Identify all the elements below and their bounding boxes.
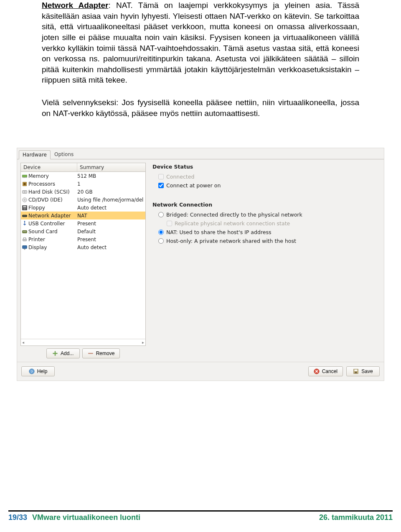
table-row[interactable]: DisplayAuto detect [21,243,145,251]
para1-heading: Network Adapter [42,1,108,10]
paragraph-1: Network Adapter: NAT. Tämä on laajempi v… [42,0,359,86]
footer-title: VMware virtuaalikoneen luonti [32,513,140,522]
svg-point-9 [24,199,25,201]
svg-rect-32 [355,372,357,373]
footer-page: 19/33 [8,513,27,522]
tab-options[interactable]: Options [51,150,77,159]
dialog-button-bar: ? Help Cancel Save [17,362,384,381]
svg-rect-3 [26,177,27,178]
device-summary: Auto detect [77,245,145,250]
minus-icon [88,350,94,356]
replicate-row: Replicate physical network connection st… [152,219,381,228]
device-table[interactable]: Device Summary Memory512 MBProcessors1Ha… [20,163,146,346]
tab-hardware[interactable]: Hardware [19,150,51,159]
hostonly-radio[interactable] [158,238,164,244]
horizontal-scrollbar[interactable]: ◂▸ [21,339,145,345]
svg-rect-1 [23,177,24,178]
device-name: Network Adapter [28,213,77,219]
table-row[interactable]: Processors1 [21,180,145,188]
nat-row[interactable]: NAT: Used to share the host's IP address [152,228,381,237]
svg-text:?: ? [30,369,33,374]
svg-rect-0 [23,175,27,177]
svg-point-7 [24,191,25,193]
device-table-header: Device Summary [21,163,145,172]
add-button[interactable]: Add... [46,348,80,358]
device-summary: 512 MB [77,173,145,179]
device-name: Memory [28,173,77,179]
connected-row: Connected [152,172,381,181]
device-name: Sound Card [28,229,77,234]
device-name: Printer [28,237,77,242]
svg-rect-12 [23,208,25,210]
bridged-radio[interactable] [158,212,164,217]
cancel-icon [314,368,320,374]
remove-button[interactable]: Remove [82,348,120,358]
table-row[interactable]: PrinterPresent [21,235,145,243]
disk-icon [21,189,28,195]
device-status-title: Device Status [152,164,381,170]
usb-icon [21,221,28,227]
printer-icon [21,237,28,242]
svg-rect-11 [23,206,26,208]
connected-checkbox [158,174,164,179]
svg-rect-23 [23,238,25,240]
table-row[interactable]: Network AdapterNAT [21,212,145,219]
page-footer: 19/33 VMware virtuaalikoneen luonti 26. … [0,510,401,522]
svg-rect-14 [23,216,24,216]
network-icon [21,213,28,219]
sound-icon [21,229,28,234]
footer-rule [8,510,393,512]
col-summary[interactable]: Summary [77,163,145,171]
cd-icon [21,197,28,203]
device-summary: 20 GB [77,189,145,195]
floppy-icon [21,205,28,211]
table-row[interactable]: Memory512 MB [21,172,145,180]
connect-at-power-on-checkbox[interactable] [158,183,164,188]
memory-icon [21,173,28,179]
footer-date: 26. tammikuuta 2011 [319,513,393,522]
svg-rect-24 [23,246,27,249]
device-summary: 1 [77,181,145,187]
cpu-icon [21,181,28,187]
bridged-row[interactable]: Bridged: Connected directly to the physi… [152,210,381,219]
table-row[interactable]: USB ControllerPresent [21,219,145,227]
nat-radio[interactable] [158,229,164,235]
svg-point-21 [25,231,26,232]
device-summary: Using file /home/jorma/del [77,197,145,203]
device-summary: Present [77,221,145,227]
connect-at-power-on-row[interactable]: Connect at power on [152,181,381,190]
device-name: Display [28,245,77,250]
vmware-settings-dialog: Hardware Options Device Summary Memory51… [17,148,384,381]
help-icon: ? [29,368,35,374]
device-summary: Present [77,237,145,242]
svg-rect-31 [355,370,358,371]
plus-icon [52,350,58,356]
network-connection-title: Network Connection [152,202,381,208]
svg-rect-25 [24,249,25,250]
device-list-pane: Device Summary Memory512 MBProcessors1Ha… [20,163,146,358]
cancel-button[interactable]: Cancel [308,366,343,376]
col-device[interactable]: Device [21,163,77,171]
hostonly-row[interactable]: Host-only: A private network shared with… [152,237,381,245]
device-name: Hard Disk (SCSI) [28,189,77,195]
svg-rect-5 [23,183,25,185]
svg-point-17 [24,221,25,222]
replicate-checkbox [167,221,172,226]
device-settings-pane: Device Status Connected Connect at power… [152,163,381,358]
save-icon [353,368,359,374]
table-row[interactable]: FloppyAuto detect [21,204,145,212]
device-summary: Auto detect [77,205,145,211]
svg-rect-16 [25,216,26,216]
table-row[interactable]: Sound CardDefault [21,227,145,235]
save-button[interactable]: Save [346,366,380,376]
device-summary: Default [77,229,145,234]
table-row[interactable]: CD/DVD (IDE)Using file /home/jorma/del [21,196,145,204]
device-name: Processors [28,181,77,187]
svg-point-19 [23,231,24,232]
svg-rect-15 [24,216,25,216]
help-button[interactable]: ? Help [21,366,55,376]
svg-rect-26 [88,353,93,354]
table-row[interactable]: Hard Disk (SCSI)20 GB [21,188,145,196]
device-name: Floppy [28,205,77,211]
display-icon [21,245,28,250]
